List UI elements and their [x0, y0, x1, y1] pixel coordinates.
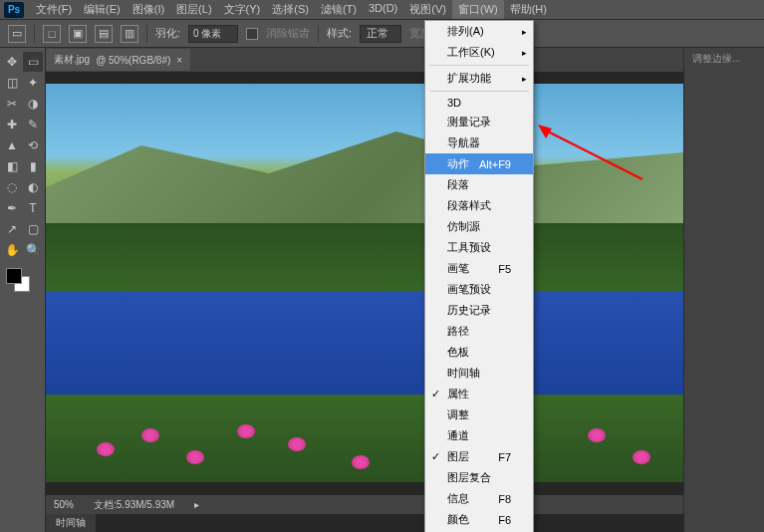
menu-item-label: 颜色: [447, 512, 469, 527]
zoom-level[interactable]: 50%: [54, 499, 74, 510]
marquee-tool[interactable]: ▭: [23, 52, 43, 72]
menu-item-label: 通道: [447, 428, 469, 443]
menu-item-label: 时间轴: [447, 366, 480, 381]
check-icon: ✓: [431, 388, 440, 400]
window-menu-item[interactable]: 段落: [425, 174, 533, 195]
menu-item-label: 属性: [447, 387, 469, 401]
menu-item[interactable]: 3D(D): [363, 0, 403, 19]
color-swatches[interactable]: [2, 268, 43, 298]
document-tab[interactable]: 素材.jpg @ 50%(RGB/8#) ×: [46, 49, 190, 71]
document-tab-info: @ 50%(RGB/8#): [96, 55, 170, 66]
options-bar: ▭ □ ▣ ▤ ▥ 羽化: 消除锯齿 样式: 正常 宽度:: [0, 20, 764, 48]
window-menu-item[interactable]: 测量记录: [425, 112, 533, 133]
window-menu-item[interactable]: 导航器: [425, 133, 533, 153]
menu-item[interactable]: 滤镜(T): [315, 0, 363, 19]
menubar: Ps 文件(F)编辑(E)图像(I)图层(L)文字(Y)选择(S)滤镜(T)3D…: [0, 0, 764, 20]
status-bar: 50% 文档:5.93M/5.93M ▸: [46, 494, 683, 514]
document-image: [46, 84, 683, 482]
adjust-edge-button[interactable]: 调整边缘...: [692, 53, 740, 64]
hand-tool[interactable]: ✋: [2, 240, 22, 260]
menu-item-label: 动作: [447, 156, 469, 171]
window-menu-item[interactable]: 调整: [425, 404, 533, 425]
menu-item-label: 测量记录: [447, 115, 491, 130]
feather-input[interactable]: [188, 25, 238, 43]
menu-item[interactable]: 图像(I): [127, 0, 170, 19]
window-menu-item[interactable]: 时间轴: [425, 363, 533, 384]
dodge-tool[interactable]: ◐: [23, 177, 43, 197]
menu-item[interactable]: 帮助(H): [504, 0, 553, 19]
eraser-tool[interactable]: ◧: [2, 156, 22, 176]
menu-shortcut: F7: [498, 451, 511, 463]
menu-item-label: 导航器: [447, 135, 480, 150]
type-tool[interactable]: T: [23, 198, 43, 218]
menu-item[interactable]: 文件(F): [30, 0, 78, 19]
window-menu-item[interactable]: 画笔F5: [425, 258, 533, 279]
menu-item-label: 工作区(K): [447, 45, 495, 60]
chevron-right-icon[interactable]: ▸: [194, 499, 199, 510]
window-menu-item[interactable]: 仿制源: [425, 216, 533, 237]
menu-item[interactable]: 窗口(W): [452, 0, 504, 19]
window-menu-item[interactable]: 颜色F6: [425, 509, 533, 530]
menu-item[interactable]: 文字(Y): [218, 0, 267, 19]
history-tool[interactable]: ⟲: [23, 135, 43, 155]
window-menu-item[interactable]: ✓图层F7: [425, 446, 533, 467]
right-panel: 调整边缘...: [683, 48, 764, 532]
lasso-tool[interactable]: ◫: [2, 73, 22, 93]
window-menu-item[interactable]: 画笔预设: [425, 279, 533, 300]
app-logo: Ps: [4, 2, 24, 18]
window-menu-item[interactable]: ✓属性: [425, 384, 533, 404]
antialias-checkbox[interactable]: [246, 28, 258, 40]
stamp-tool[interactable]: ▲: [2, 135, 22, 155]
crop-tool[interactable]: ✂: [2, 94, 22, 114]
window-menu-item[interactable]: 3D: [425, 94, 533, 112]
menu-item-label: 扩展功能: [447, 71, 491, 86]
wand-tool[interactable]: ✦: [23, 73, 43, 93]
menu-shortcut: F5: [498, 263, 511, 275]
pen-tool[interactable]: ✒: [2, 198, 22, 218]
menu-item[interactable]: 图层(L): [170, 0, 217, 19]
window-menu-item[interactable]: 工具预设: [425, 237, 533, 258]
eyedropper-tool[interactable]: ◑: [23, 94, 43, 114]
foreground-color-swatch[interactable]: [6, 268, 22, 284]
menu-item-label: 图层复合: [447, 470, 491, 485]
window-menu-item[interactable]: 扩展功能: [425, 68, 533, 89]
window-menu-item[interactable]: 历史记录: [425, 300, 533, 321]
menu-item[interactable]: 编辑(E): [78, 0, 127, 19]
document-tab-name: 素材.jpg: [54, 53, 90, 67]
menu-shortcut: Alt+F9: [479, 158, 511, 170]
zoom-tool[interactable]: 🔍: [23, 240, 43, 260]
path-tool[interactable]: ↗: [2, 219, 22, 239]
window-menu-item[interactable]: 通道: [425, 425, 533, 446]
brush-tool[interactable]: ✎: [23, 115, 43, 134]
window-menu-item[interactable]: 排列(A): [425, 21, 533, 42]
window-menu-item[interactable]: 色板: [425, 342, 533, 363]
shape-tool[interactable]: ▢: [23, 219, 43, 239]
window-menu-item[interactable]: 信息F8: [425, 488, 533, 509]
window-menu-item[interactable]: 路径: [425, 321, 533, 342]
gradient-tool[interactable]: ▮: [23, 156, 43, 176]
window-menu-item[interactable]: 图层复合: [425, 467, 533, 488]
selection-intersect-icon[interactable]: ▥: [121, 25, 138, 43]
selection-add-icon[interactable]: ▣: [69, 25, 87, 43]
window-menu-item[interactable]: 动作Alt+F9: [425, 153, 533, 174]
menu-item-label: 图层: [447, 449, 469, 464]
selection-subtract-icon[interactable]: ▤: [95, 25, 113, 43]
menu-item-label: 画笔预设: [447, 282, 491, 297]
menu-item-label: 段落样式: [447, 198, 491, 213]
window-menu-item[interactable]: 工作区(K): [425, 42, 533, 63]
selection-new-icon[interactable]: □: [43, 25, 61, 43]
menu-item-label: 信息: [447, 491, 469, 506]
canvas-viewport[interactable]: [46, 72, 683, 494]
move-tool[interactable]: ✥: [2, 52, 22, 72]
timeline-tab[interactable]: 时间轴: [46, 514, 96, 532]
menu-item[interactable]: 选择(S): [266, 0, 315, 19]
menu-item-label: 画笔: [447, 261, 469, 276]
menu-separator: [429, 65, 529, 66]
blur-tool[interactable]: ◌: [2, 177, 22, 197]
heal-tool[interactable]: ✚: [2, 115, 22, 134]
window-menu-item[interactable]: 段落样式: [425, 195, 533, 216]
style-dropdown[interactable]: 正常: [360, 25, 401, 43]
menu-item[interactable]: 视图(V): [403, 0, 452, 19]
menu-item-label: 工具预设: [447, 240, 491, 255]
close-icon[interactable]: ×: [176, 55, 182, 66]
